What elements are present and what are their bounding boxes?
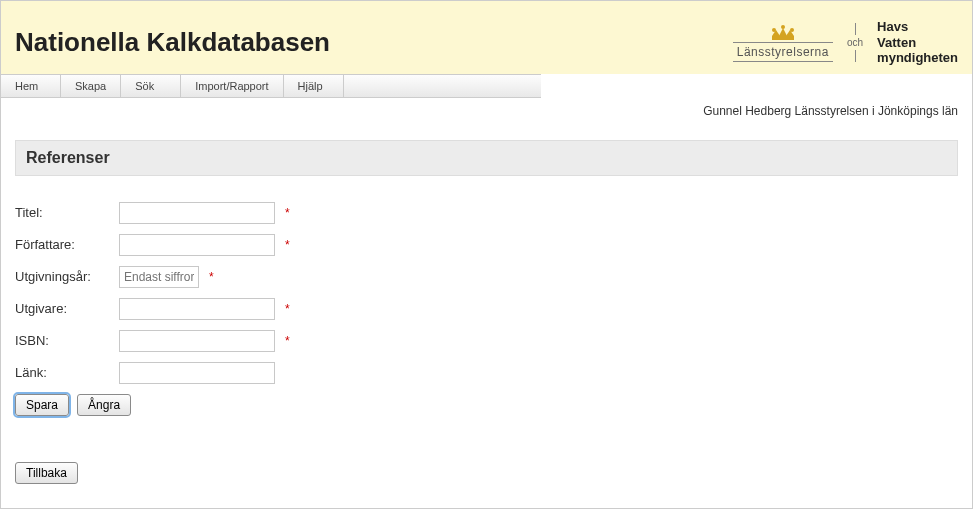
input-utgivningsar[interactable] <box>119 266 199 288</box>
nav-hem[interactable]: Hem <box>1 75 61 97</box>
header-logos: Länsstyrelserna och Havs Vatten myndighe… <box>733 19 958 66</box>
input-isbn[interactable] <box>119 330 275 352</box>
undo-button[interactable]: Ångra <box>77 394 131 416</box>
required-mark: * <box>209 270 214 284</box>
main-nav: Hem Skapa Sök Import/Rapport Hjälp <box>1 74 541 98</box>
input-utgivare[interactable] <box>119 298 275 320</box>
logo-separator-text: och <box>847 37 863 48</box>
svg-rect-0 <box>772 36 794 40</box>
current-user-line: Gunnel Hedberg Länsstyrelsen i Jönköping… <box>1 98 972 122</box>
required-mark: * <box>285 206 290 220</box>
label-utgivare: Utgivare: <box>15 301 119 316</box>
crown-icon <box>766 22 800 42</box>
row-titel: Titel: * <box>15 202 958 224</box>
logo2-line2: Vatten <box>877 35 958 51</box>
label-utgivningsar: Utgivningsår: <box>15 269 119 284</box>
form-buttons: Spara Ångra <box>15 394 958 416</box>
required-mark: * <box>285 238 290 252</box>
nav-hjalp[interactable]: Hjälp <box>284 75 344 97</box>
app-window: Nationella Kalkdatabasen Länsstyrelserna… <box>0 0 973 509</box>
input-lank[interactable] <box>119 362 275 384</box>
app-title: Nationella Kalkdatabasen <box>15 27 330 58</box>
svg-marker-5 <box>779 28 787 36</box>
label-lank: Länk: <box>15 365 119 380</box>
label-isbn: ISBN: <box>15 333 119 348</box>
nav-skapa[interactable]: Skapa <box>61 75 121 97</box>
lansstyrelserna-logo: Länsstyrelserna <box>733 22 833 62</box>
nav-wrap: Hem Skapa Sök Import/Rapport Hjälp <box>1 74 972 98</box>
havs-vatten-logo: Havs Vatten myndigheten <box>877 19 958 66</box>
logo2-line3: myndigheten <box>877 50 958 66</box>
logo-separator: och <box>847 23 863 62</box>
section-title: Referenser <box>15 140 958 176</box>
logo2-line1: Havs <box>877 19 958 35</box>
nav-sok[interactable]: Sök <box>121 75 181 97</box>
row-isbn: ISBN: * <box>15 330 958 352</box>
back-button[interactable]: Tillbaka <box>15 462 78 484</box>
back-row: Tillbaka <box>15 462 958 484</box>
input-forfattare[interactable] <box>119 234 275 256</box>
row-lank: Länk: <box>15 362 958 384</box>
save-button[interactable]: Spara <box>15 394 69 416</box>
required-mark: * <box>285 302 290 316</box>
row-forfattare: Författare: * <box>15 234 958 256</box>
header-bar: Nationella Kalkdatabasen Länsstyrelserna… <box>1 1 972 74</box>
input-titel[interactable] <box>119 202 275 224</box>
required-mark: * <box>285 334 290 348</box>
lansstyrelserna-text: Länsstyrelserna <box>733 42 833 62</box>
nav-import-rapport[interactable]: Import/Rapport <box>181 75 283 97</box>
row-utgivare: Utgivare: * <box>15 298 958 320</box>
label-titel: Titel: <box>15 205 119 220</box>
label-forfattare: Författare: <box>15 237 119 252</box>
content-area: Referenser Titel: * Författare: * Utgivn… <box>1 122 972 508</box>
row-utgivningsar: Utgivningsår: * <box>15 266 958 288</box>
